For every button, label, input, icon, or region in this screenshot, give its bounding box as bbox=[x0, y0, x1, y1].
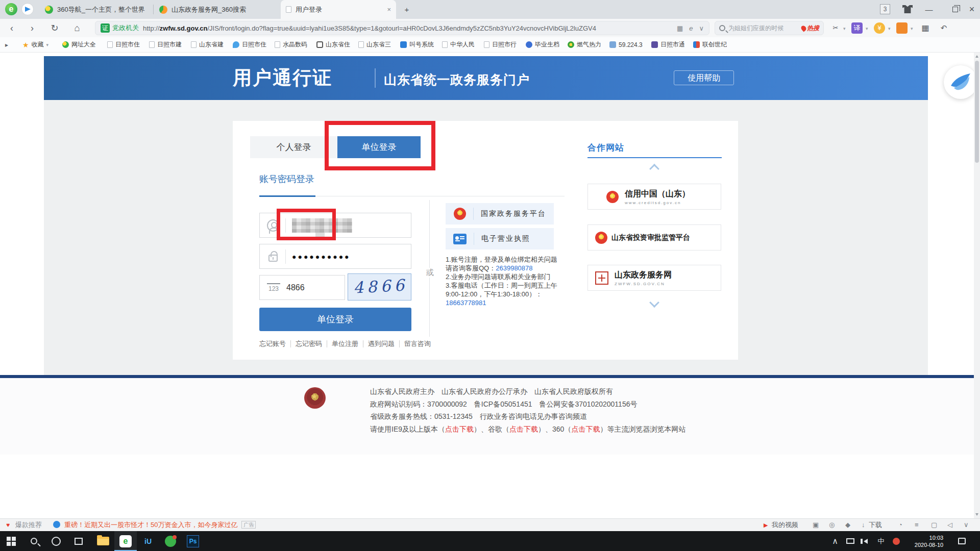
tab-unit-login[interactable]: 单位登录 bbox=[337, 136, 421, 158]
green-app-button[interactable] bbox=[159, 531, 182, 551]
favorites-button[interactable]: ★ 收藏 ▾ bbox=[22, 37, 48, 52]
e-business-license-login[interactable]: 电子营业执照 bbox=[446, 228, 554, 249]
mute-icon[interactable]: ◁ bbox=[947, 519, 952, 531]
browser-360-logo-icon[interactable]: e bbox=[5, 3, 17, 15]
cortana-button[interactable] bbox=[45, 531, 67, 551]
skin-tshirt-icon[interactable] bbox=[902, 5, 913, 13]
captcha-image[interactable]: 4866 bbox=[348, 273, 411, 300]
message-consult-link[interactable]: 留言咨询 bbox=[400, 340, 435, 347]
download-link[interactable]: 点击下载 bbox=[445, 425, 474, 433]
360-browser-button[interactable]: e bbox=[114, 531, 137, 551]
bookmark-item[interactable]: 日照市住 bbox=[233, 37, 266, 52]
partner-investment-platform[interactable]: 山东省投资审批监管平台 bbox=[587, 224, 721, 251]
bookmark-item[interactable]: 燃气热力 bbox=[568, 37, 601, 52]
game-center-icon[interactable] bbox=[896, 22, 908, 34]
task-view-button[interactable] bbox=[67, 531, 90, 551]
tab-close-icon[interactable]: × bbox=[387, 6, 391, 13]
url-text[interactable]: http://zwfw.sd.gov.cn/JIS/front/login.do… bbox=[143, 24, 677, 32]
nav-paper-plane-icon[interactable] bbox=[21, 3, 34, 15]
tab-count-badge[interactable]: 3 bbox=[880, 4, 890, 14]
taskbar-clock[interactable]: 10:032020-08-10 bbox=[908, 531, 950, 551]
forgot-account-link[interactable]: 忘记账号 bbox=[259, 340, 291, 347]
scrollbar-thumb[interactable] bbox=[975, 61, 979, 163]
ie-mode-icon[interactable]: e bbox=[689, 24, 693, 32]
qq-number[interactable]: 2639980878 bbox=[496, 264, 532, 272]
bookmark-item[interactable]: 日照市建 bbox=[149, 37, 182, 52]
bookmark-item[interactable]: 中华人民 bbox=[442, 37, 475, 52]
translate-icon[interactable]: 译 bbox=[851, 22, 863, 34]
download-label[interactable]: 下载 bbox=[869, 519, 882, 531]
promo-label[interactable]: 爆款推荐 bbox=[15, 519, 42, 531]
bookmark-item[interactable]: 日照市住 bbox=[107, 37, 140, 52]
password-field[interactable]: ●●●●●●●●●● bbox=[259, 244, 411, 269]
bookmark-item[interactable]: 日照市行 bbox=[484, 37, 517, 52]
captcha-field[interactable]: 123 4866 bbox=[259, 275, 345, 300]
start-button[interactable] bbox=[0, 531, 22, 551]
national-platform-login[interactable]: 国家政务服务平台 bbox=[446, 203, 554, 224]
tab-personal-login[interactable]: 个人登录 bbox=[250, 136, 337, 158]
bookmark-item[interactable]: 山东省建 bbox=[191, 37, 224, 52]
promo-headline[interactable]: 重磅！近期又出一股市怪才！50万资金入市，如今身家过亿广告 bbox=[64, 519, 256, 531]
return-arrow-icon[interactable]: ↶ bbox=[938, 22, 949, 34]
browser-tab-1[interactable]: 360导航_一个主页，整个世界 bbox=[40, 0, 153, 19]
taskbar-search-button[interactable] bbox=[22, 531, 45, 551]
bookmark-item[interactable]: 叫号系统 bbox=[400, 37, 434, 52]
bookmark-item[interactable]: 毕业生档 bbox=[526, 37, 559, 52]
home-icon[interactable]: ⌂ bbox=[69, 19, 85, 37]
browser-tab-2[interactable]: 山东政务服务网_360搜索 bbox=[154, 0, 279, 19]
reload-icon[interactable]: ↻ bbox=[47, 19, 62, 37]
forward-icon[interactable]: › bbox=[24, 19, 40, 37]
status-chevron-icon[interactable]: ∨ bbox=[964, 519, 969, 531]
bookmark-nav-site[interactable]: 网址大全 bbox=[62, 37, 96, 52]
scissors-capture-icon[interactable]: ✂ bbox=[830, 22, 841, 34]
tray-security-icon[interactable] bbox=[889, 531, 903, 551]
scroll-down-arrow[interactable] bbox=[975, 513, 978, 516]
file-explorer-button[interactable] bbox=[92, 531, 114, 551]
bookmark-item[interactable]: 联创世纪 bbox=[693, 37, 727, 52]
browser-tab-active[interactable]: 用户登录 × bbox=[281, 0, 396, 19]
bookmark-item[interactable]: 水晶数码 bbox=[275, 37, 307, 52]
floating-bird-widget[interactable] bbox=[944, 65, 977, 99]
help-button[interactable]: 使用帮助 bbox=[674, 70, 734, 85]
download-arrow-icon[interactable]: ↓ bbox=[862, 519, 865, 531]
login-method-tab[interactable]: 账号密码登录 bbox=[259, 173, 314, 185]
photoshop-button[interactable]: Ps bbox=[182, 531, 204, 551]
iu-app-button[interactable]: iU bbox=[137, 531, 159, 551]
address-bar[interactable]: 证 党政机关 http://zwfw.sd.gov.cn/JIS/front/l… bbox=[95, 21, 709, 35]
caret-icon[interactable]: ▾ bbox=[888, 26, 891, 31]
caret-icon[interactable]: ▾ bbox=[866, 26, 868, 31]
unit-register-link[interactable]: 单位注册 bbox=[327, 340, 363, 347]
screenshot-icon[interactable]: ▣ bbox=[813, 519, 819, 531]
boost-icon[interactable]: ◆ bbox=[845, 519, 850, 531]
search-hotword[interactable]: 为姐姐们应援的时候 bbox=[728, 24, 801, 33]
record-icon[interactable]: ◎ bbox=[829, 519, 835, 531]
page-scrollbar[interactable] bbox=[974, 53, 980, 518]
caret-icon[interactable]: ▾ bbox=[843, 26, 846, 31]
play-icon[interactable]: ▶ bbox=[764, 519, 768, 531]
qr-code-icon[interactable]: ▦ bbox=[677, 24, 683, 32]
scroll-up-arrow[interactable] bbox=[975, 55, 978, 58]
gov-supervision-emblem[interactable] bbox=[304, 387, 326, 412]
task-list-icon[interactable]: ≡ bbox=[915, 519, 919, 531]
action-center-button[interactable] bbox=[953, 531, 970, 551]
apps-grid-icon[interactable]: ▦ bbox=[920, 22, 931, 34]
service-phone[interactable]: 18663778981 bbox=[446, 298, 582, 307]
hot-search-label[interactable]: 热搜 bbox=[801, 24, 819, 33]
partner-credit-china[interactable]: 信用中国（山东） www.creditsd.gov.cn bbox=[587, 184, 721, 210]
bookmark-item[interactable]: 日照市通 bbox=[651, 37, 685, 52]
partner-zwfw-site[interactable]: 山东政务服务网 ZWFW.SD.GOV.CN bbox=[587, 265, 721, 291]
tray-ime-indicator[interactable]: 中 bbox=[874, 531, 888, 551]
tray-expand-button[interactable]: ∧ bbox=[828, 531, 842, 551]
my-videos-label[interactable]: 我的视频 bbox=[772, 519, 798, 531]
bookmark-item[interactable]: 59.224.3 bbox=[609, 37, 643, 52]
new-tab-button[interactable]: + bbox=[399, 0, 414, 19]
collapse-sidebar-icon[interactable]: ▸ bbox=[5, 37, 8, 52]
bookmark-item[interactable]: 山东省三 bbox=[358, 37, 391, 52]
download-link[interactable]: 点击下载 bbox=[571, 425, 600, 433]
forgot-password-link[interactable]: 忘记密码 bbox=[291, 340, 327, 347]
wallet-shield-icon[interactable]: ¥ bbox=[874, 22, 885, 34]
bookmark-item[interactable]: 山东省住 bbox=[316, 37, 350, 52]
caret-icon[interactable]: ▾ bbox=[911, 26, 913, 31]
close-button[interactable]: × bbox=[962, 0, 980, 19]
username-field[interactable] bbox=[259, 213, 411, 238]
